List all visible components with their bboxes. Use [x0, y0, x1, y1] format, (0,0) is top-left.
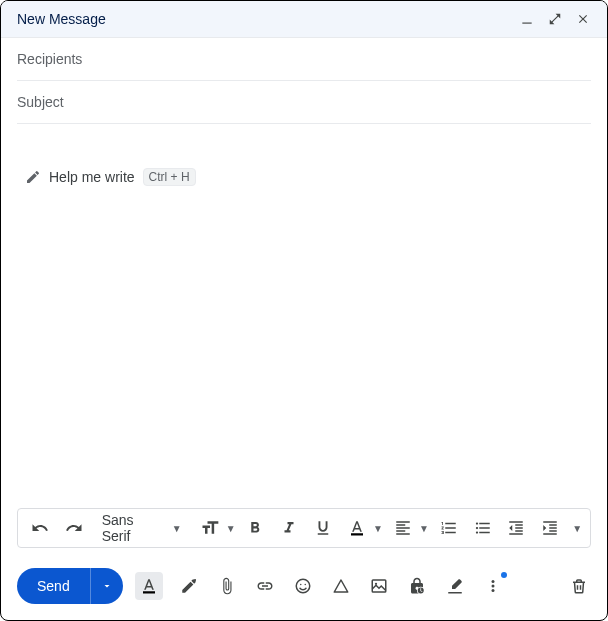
redo-button[interactable]	[60, 514, 88, 542]
pencil-sparkle-icon	[25, 169, 41, 185]
numbered-list-button[interactable]	[435, 514, 463, 542]
insert-drive-button[interactable]	[329, 574, 353, 598]
pen-icon[interactable]	[177, 574, 201, 598]
confidential-mode-button[interactable]	[405, 574, 429, 598]
window-title: New Message	[17, 11, 106, 27]
svg-point-10	[491, 580, 494, 583]
svg-rect-1	[351, 533, 363, 535]
chevron-down-icon: ▼	[419, 523, 429, 534]
insert-signature-button[interactable]	[443, 574, 467, 598]
fullscreen-icon[interactable]	[547, 11, 563, 27]
attach-file-button[interactable]	[215, 574, 239, 598]
window-header: New Message	[1, 1, 607, 38]
font-size-icon	[196, 514, 224, 542]
recipients-input[interactable]	[17, 51, 591, 67]
header-fields	[1, 38, 607, 124]
recipients-row	[17, 38, 591, 81]
help-me-write-button[interactable]: Help me write Ctrl + H	[25, 168, 196, 186]
italic-button[interactable]	[275, 514, 303, 542]
minimize-icon[interactable]	[519, 11, 535, 27]
font-family-select[interactable]: Sans Serif ▼	[94, 514, 190, 542]
bold-button[interactable]	[242, 514, 270, 542]
svg-point-6	[304, 584, 306, 586]
bottom-bar: Send	[1, 556, 607, 620]
svg-rect-0	[522, 23, 531, 24]
align-select[interactable]: ▼	[389, 514, 429, 542]
svg-point-11	[491, 585, 494, 588]
compose-body[interactable]: Help me write Ctrl + H	[1, 124, 607, 508]
svg-point-5	[300, 584, 302, 586]
discard-draft-button[interactable]	[567, 574, 591, 598]
compose-window: New Message Help me write Ctrl +	[0, 0, 608, 621]
formatting-toolbar: Sans Serif ▼ ▼ ▼ ▼	[17, 508, 591, 548]
bottom-icons	[135, 572, 591, 600]
text-color-select[interactable]: ▼	[343, 514, 383, 542]
insert-emoji-button[interactable]	[291, 574, 315, 598]
undo-button[interactable]	[26, 514, 54, 542]
more-formatting-select[interactable]: ▼	[570, 523, 582, 534]
close-icon[interactable]	[575, 11, 591, 27]
font-size-select[interactable]: ▼	[196, 514, 236, 542]
notification-dot-icon	[501, 572, 507, 578]
window-controls	[519, 11, 591, 27]
subject-input[interactable]	[17, 94, 591, 110]
align-icon	[389, 514, 417, 542]
chevron-down-icon: ▼	[373, 523, 383, 534]
svg-point-3	[194, 579, 196, 581]
bulleted-list-button[interactable]	[469, 514, 497, 542]
svg-rect-2	[143, 591, 155, 593]
text-color-icon	[343, 514, 371, 542]
chevron-down-icon: ▼	[572, 523, 582, 534]
more-options-button[interactable]	[481, 574, 505, 598]
help-me-write-shortcut: Ctrl + H	[143, 168, 196, 186]
svg-point-12	[491, 589, 494, 592]
send-button-group: Send	[17, 568, 123, 604]
chevron-down-icon: ▼	[172, 523, 182, 534]
chevron-down-icon: ▼	[226, 523, 236, 534]
indent-decrease-button[interactable]	[503, 514, 531, 542]
send-options-button[interactable]	[90, 568, 123, 604]
font-family-label: Sans Serif	[102, 512, 166, 544]
formatting-options-button[interactable]	[135, 572, 163, 600]
insert-photo-button[interactable]	[367, 574, 391, 598]
subject-row	[17, 81, 591, 124]
send-button[interactable]: Send	[17, 568, 90, 604]
underline-button[interactable]	[309, 514, 337, 542]
help-me-write-label: Help me write	[49, 169, 135, 185]
indent-increase-button[interactable]	[536, 514, 564, 542]
insert-link-button[interactable]	[253, 574, 277, 598]
svg-point-4	[296, 579, 310, 593]
svg-point-8	[375, 583, 377, 585]
